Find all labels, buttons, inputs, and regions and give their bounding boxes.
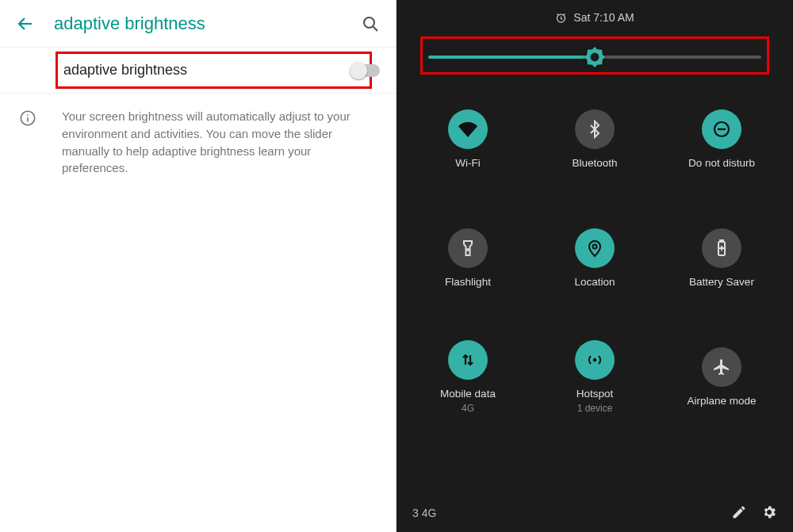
quick-settings-footer: 3 4G bbox=[396, 494, 793, 532]
page-title: adaptive brightness bbox=[54, 13, 342, 34]
wifi-icon bbox=[448, 109, 488, 149]
tile-sublabel: 4G bbox=[462, 403, 474, 414]
alarm-icon bbox=[555, 12, 567, 24]
edit-icon[interactable] bbox=[731, 504, 747, 522]
do-not-disturb-icon bbox=[702, 109, 741, 149]
tile-label: Location bbox=[574, 276, 615, 288]
status-bar: Sat 7:10 AM bbox=[396, 0, 793, 29]
brightness-icon bbox=[584, 47, 605, 67]
tile-label: Battery Saver bbox=[689, 276, 754, 288]
tile-label: Hotspot bbox=[577, 388, 614, 400]
adaptive-brightness-toggle[interactable] bbox=[351, 64, 380, 77]
brightness-slider[interactable] bbox=[428, 55, 761, 59]
svg-point-10 bbox=[593, 244, 597, 248]
adaptive-brightness-row[interactable]: adaptive brightness bbox=[0, 48, 396, 94]
tile-label: Mobile data bbox=[440, 388, 496, 400]
info-icon bbox=[19, 109, 36, 127]
tile-label: Flashlight bbox=[445, 276, 491, 288]
description-row: Your screen brightness will automaticall… bbox=[0, 94, 396, 191]
tile-label: Do not disturb bbox=[688, 157, 755, 169]
mobile-data-icon bbox=[448, 340, 488, 380]
tile-hotspot[interactable]: Hotspot 1 device bbox=[531, 317, 658, 436]
brightness-thumb[interactable] bbox=[584, 47, 605, 67]
tiles-grid: Wi-Fi Bluetooth Do not disturb Flashligh… bbox=[396, 79, 793, 494]
svg-point-9 bbox=[467, 249, 469, 251]
tile-label: Wi-Fi bbox=[455, 157, 480, 169]
brightness-fill bbox=[428, 55, 595, 59]
airplane-icon bbox=[702, 347, 741, 387]
hotspot-icon bbox=[575, 340, 615, 380]
settings-header: adaptive brightness bbox=[0, 0, 396, 48]
description-text: Your screen brightness will automaticall… bbox=[62, 108, 364, 177]
quick-settings-panel: Sat 7:10 AM Wi-Fi bbox=[396, 0, 793, 532]
back-icon[interactable] bbox=[16, 14, 35, 33]
svg-rect-12 bbox=[720, 240, 723, 242]
tile-mobile-data[interactable]: Mobile data 4G bbox=[404, 317, 531, 436]
settings-page: adaptive brightness adaptive brightness … bbox=[0, 0, 396, 532]
battery-saver-icon bbox=[702, 228, 741, 268]
tile-location[interactable]: Location bbox=[531, 198, 658, 317]
tile-airplane-mode[interactable]: Airplane mode bbox=[658, 317, 785, 436]
svg-point-0 bbox=[364, 17, 374, 28]
svg-point-15 bbox=[593, 358, 596, 361]
search-icon[interactable] bbox=[361, 14, 380, 33]
location-icon bbox=[575, 228, 615, 268]
tile-do-not-disturb[interactable]: Do not disturb bbox=[658, 79, 785, 198]
tile-battery-saver[interactable]: Battery Saver bbox=[658, 198, 785, 317]
tile-wifi[interactable]: Wi-Fi bbox=[404, 79, 531, 198]
tile-label: Airplane mode bbox=[687, 395, 756, 407]
tile-label: Bluetooth bbox=[572, 157, 617, 169]
tile-flashlight[interactable]: Flashlight bbox=[404, 198, 531, 317]
brightness-slider-area bbox=[396, 29, 793, 79]
tile-sublabel: 1 device bbox=[577, 403, 613, 414]
toggle-knob bbox=[350, 62, 367, 79]
flashlight-icon bbox=[448, 228, 488, 268]
tile-bluetooth[interactable]: Bluetooth bbox=[531, 79, 658, 198]
status-time: Sat 7:10 AM bbox=[573, 11, 634, 24]
adaptive-brightness-label: adaptive brightness bbox=[63, 62, 351, 78]
svg-point-3 bbox=[27, 114, 29, 116]
bluetooth-icon bbox=[575, 109, 615, 149]
settings-gear-icon[interactable] bbox=[761, 504, 777, 522]
svg-point-6 bbox=[591, 53, 600, 62]
footer-signal-text: 3 4G bbox=[412, 507, 436, 519]
